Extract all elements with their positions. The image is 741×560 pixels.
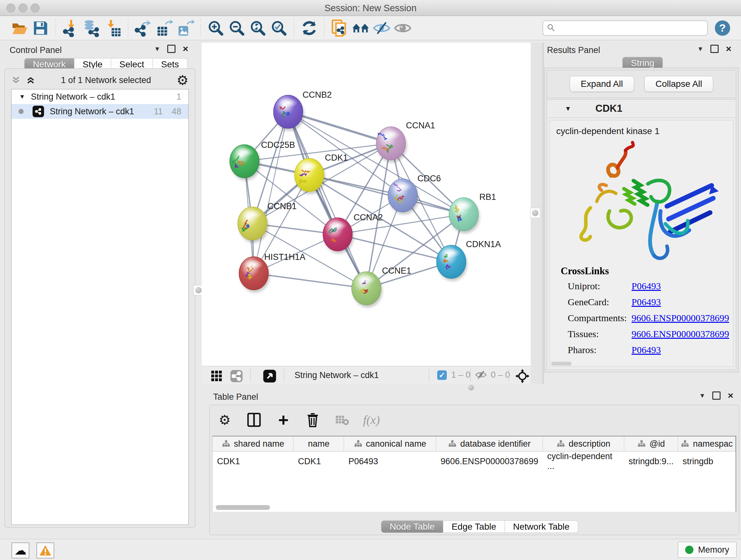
table-row[interactable]: CDK1 CDK1 P06493 9606.ENSP00000378699 cy…: [212, 451, 736, 472]
table-options-button[interactable]: ⚙: [216, 411, 233, 428]
memory-button[interactable]: Memory: [678, 542, 737, 558]
hidden-eye-icon[interactable]: [475, 369, 487, 380]
string-network-view[interactable]: CCNB2CCNA1CDC25BCDK1CDC6RB1CCNB1CCNA2CDK…: [202, 43, 531, 366]
zoom-in-icon: [207, 19, 225, 37]
network-options-gear-icon[interactable]: ⚙: [177, 72, 189, 88]
fit-selected-button[interactable]: [514, 368, 531, 385]
refresh-icon: [300, 19, 318, 37]
cloud-icon: ☁: [14, 546, 26, 555]
open-navigator-button[interactable]: [261, 368, 278, 385]
results-panel-title: Results Panel: [547, 45, 600, 55]
save-session-button[interactable]: [30, 17, 51, 39]
expand-all-button[interactable]: Expand All: [569, 76, 634, 92]
string-results-box: Expand All Collapse All ▼ CDK1 cyclin-de…: [544, 68, 738, 372]
create-column-button[interactable]: +: [275, 411, 292, 428]
tab-network-table[interactable]: Network Table: [505, 520, 578, 533]
column-header-database-identifier[interactable]: database identifier: [436, 436, 542, 451]
float-panel-icon[interactable]: [167, 45, 176, 53]
network-type-button[interactable]: [228, 368, 245, 385]
network-name: String Network – cdk1: [50, 107, 134, 117]
first-neighbors-button[interactable]: [350, 17, 371, 39]
memory-status-icon: [685, 546, 693, 554]
toolbar-separator: [200, 19, 201, 37]
show-graphics-button[interactable]: [392, 17, 413, 39]
collapse-panel-icon[interactable]: ▼: [697, 45, 704, 53]
network-canvas[interactable]: CCNB2CCNA1CDC25BCDK1CDC6RB1CCNB1CCNA2CDK…: [202, 43, 531, 366]
network-type-icon: [32, 106, 44, 117]
zoom-selected-button[interactable]: [268, 17, 289, 39]
svg-text:HIST1H1A: HIST1H1A: [264, 252, 306, 262]
column-header-shared-name[interactable]: shared name: [212, 436, 293, 451]
collapse-card-icon[interactable]: ▼: [565, 105, 571, 112]
import-network-database-button[interactable]: [81, 17, 103, 39]
protein-result-card: ▼ CDK1 cyclin-dependent kinase 1: [547, 99, 736, 370]
import-table-file-button[interactable]: [103, 17, 124, 39]
toolbar-separator: [56, 19, 56, 37]
table-hscrollbar-thumb[interactable]: [216, 505, 270, 510]
show-columns-button[interactable]: [246, 411, 263, 428]
close-panel-icon[interactable]: ×: [726, 46, 731, 52]
help-button[interactable]: ?: [715, 20, 730, 36]
float-panel-icon[interactable]: [711, 45, 719, 53]
float-panel-icon[interactable]: [712, 391, 721, 400]
hidden-counts: 0 – 0: [491, 370, 510, 380]
cloud-status-button[interactable]: ☁: [11, 543, 29, 558]
copy-network-button[interactable]: [329, 17, 350, 39]
table-tabs: Node Table Edge Table Network Table: [381, 520, 578, 533]
column-header-namespace[interactable]: namespac: [678, 436, 736, 451]
column-header-description[interactable]: description: [543, 436, 624, 451]
close-panel-icon[interactable]: ×: [183, 46, 188, 52]
delete-column-button[interactable]: [304, 411, 321, 428]
memory-label: Memory: [698, 545, 729, 555]
question-icon: ?: [719, 22, 726, 34]
network-status-dot: [18, 109, 23, 114]
import-network-file-button[interactable]: [60, 17, 81, 39]
copy-network-icon: [330, 19, 349, 37]
tissues-link[interactable]: 9606.ENSP00000378699: [631, 328, 729, 339]
hide-selected-button[interactable]: [371, 17, 392, 39]
close-panel-icon[interactable]: ×: [728, 392, 733, 399]
collapse-panel-icon[interactable]: ▼: [699, 392, 705, 399]
pharos-link[interactable]: P06493: [631, 345, 661, 355]
open-session-button[interactable]: [9, 17, 30, 39]
collapse-panel-icon[interactable]: ▼: [154, 45, 160, 53]
expand-collapse-box: Expand All Collapse All: [547, 70, 736, 98]
refresh-button[interactable]: [299, 17, 320, 39]
search-icon: [547, 23, 555, 32]
network-node-CDC25B: [230, 145, 260, 180]
column-header-name[interactable]: name: [293, 436, 344, 451]
collapse-all-button[interactable]: Collapse All: [644, 76, 713, 92]
export-table-button[interactable]: [154, 17, 175, 39]
results-hscrollbar-thumb[interactable]: [551, 362, 571, 366]
zoom-out-button[interactable]: [226, 17, 247, 39]
selected-checkbox-icon[interactable]: ✓: [437, 370, 447, 380]
delete-table-button[interactable]: [333, 411, 351, 428]
compartments-link[interactable]: 9606.ENSP00000378699: [631, 313, 729, 323]
column-header-canonical-name[interactable]: canonical name: [344, 436, 436, 451]
collapse-all-networks-icon[interactable]: [11, 75, 21, 85]
splitter-handle-right[interactable]: [530, 208, 540, 218]
tab-edge-table[interactable]: Edge Table: [443, 520, 505, 533]
import-network-icon: [62, 19, 80, 37]
column-tree-icon: [556, 440, 565, 448]
expand-all-networks-icon[interactable]: [26, 75, 36, 85]
warnings-button[interactable]: [37, 543, 54, 558]
network-node-CDKN1A: [436, 245, 467, 281]
function-builder-button[interactable]: f(x): [363, 411, 380, 428]
zoom-in-button[interactable]: [205, 17, 226, 39]
network-collection-row[interactable]: ▼ String Network – cdk1 1: [11, 89, 188, 104]
navigator-icon: [263, 369, 276, 383]
zoom-fit-button[interactable]: [247, 17, 268, 39]
search-input[interactable]: [542, 20, 708, 36]
export-image-button[interactable]: [175, 17, 196, 39]
export-network-button[interactable]: [133, 17, 154, 39]
show-grid-button[interactable]: [208, 368, 225, 385]
genecard-link[interactable]: P06493: [631, 297, 661, 307]
protein-card-header[interactable]: ▼ CDK1: [547, 100, 736, 118]
tab-node-table[interactable]: Node Table: [381, 520, 443, 533]
tree-expander-icon[interactable]: ▼: [19, 93, 25, 100]
uniprot-link[interactable]: P06493: [631, 281, 661, 292]
network-node-RB1: [449, 198, 480, 233]
network-row[interactable]: String Network – cdk1 11 48: [11, 104, 188, 119]
column-header-id[interactable]: @id: [624, 436, 678, 451]
